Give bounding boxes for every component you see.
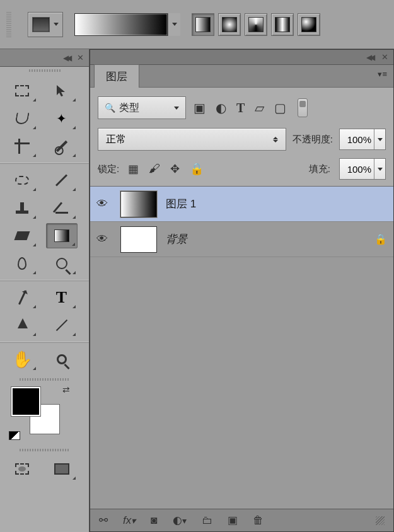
fill-input[interactable]	[339, 158, 386, 180]
search-icon: 🔍	[105, 103, 115, 113]
gradient-type-angle[interactable]	[245, 13, 267, 36]
healing-brush-tool[interactable]	[6, 168, 38, 193]
gradient-preview	[74, 13, 168, 36]
type-tool[interactable]: T	[46, 285, 78, 310]
layer-thumbnail[interactable]	[120, 226, 157, 253]
filter-shape-icon[interactable]: ▱	[255, 100, 264, 115]
opacity-value[interactable]	[340, 134, 374, 145]
lock-position-icon[interactable]: ✥	[170, 162, 180, 176]
layer-list: 👁 图层 1 👁 背景 🔒	[90, 186, 393, 509]
chevron-down-icon	[174, 107, 179, 110]
layer-row[interactable]: 👁 图层 1	[90, 187, 393, 222]
path-selection-tool[interactable]	[6, 313, 38, 338]
layers-panel: ◀◀ ✕ 图层 ▾≡ 🔍 类型 ▣ ◐ T ▱ ▢	[90, 49, 394, 532]
adjustment-layer-icon[interactable]: ◐▾	[173, 514, 187, 527]
blend-mode-row: 正常 不透明度:	[90, 124, 393, 154]
filter-toggle[interactable]	[298, 98, 308, 117]
clone-stamp-tool[interactable]	[6, 195, 38, 221]
gradient-type-diamond[interactable]	[298, 13, 320, 36]
quick-mask-tool[interactable]	[6, 456, 38, 482]
panel-tab-bar: 图层 ▾≡	[90, 65, 393, 88]
gradient-dropdown[interactable]	[168, 13, 180, 36]
layer-filter-row: 🔍 类型 ▣ ◐ T ▱ ▢	[90, 88, 393, 124]
hand-tool[interactable]: ✋	[6, 347, 38, 372]
opacity-input[interactable]	[339, 129, 386, 150]
lock-row: 锁定: ▦ 🖌 ✥ 🔒 填充:	[90, 154, 393, 186]
filter-pixel-icon[interactable]: ▣	[194, 100, 206, 115]
lock-transparency-icon[interactable]: ▦	[128, 162, 139, 176]
default-colors-icon[interactable]	[9, 431, 20, 440]
panel-header: ◀◀ ✕	[90, 50, 393, 65]
filter-adjustment-icon[interactable]: ◐	[216, 100, 226, 115]
chevron-down-icon[interactable]	[374, 129, 385, 149]
chevron-down-icon	[172, 23, 177, 26]
opacity-label: 不透明度:	[293, 134, 333, 146]
fill-value[interactable]	[340, 164, 374, 175]
color-picker: ⇄	[0, 383, 89, 446]
grip	[6, 12, 11, 37]
swatch-icon	[32, 17, 50, 32]
magic-wand-tool[interactable]: ✦	[46, 106, 78, 131]
zoom-tool[interactable]	[46, 347, 78, 372]
gradient-type-reflected[interactable]	[271, 13, 294, 36]
chevron-down-icon[interactable]	[374, 159, 385, 179]
close-icon[interactable]: ✕	[77, 53, 84, 62]
collapse-icon[interactable]: ◀◀	[366, 53, 373, 62]
collapse-icon[interactable]: ◀◀	[63, 54, 69, 62]
gradient-swatch-picker[interactable]	[28, 12, 63, 37]
layer-effects-icon[interactable]: fx▾	[123, 514, 136, 527]
gradient-type-radial[interactable]	[218, 13, 241, 36]
options-bar	[0, 0, 394, 49]
move-tool[interactable]	[46, 78, 78, 103]
blur-tool[interactable]	[6, 251, 38, 276]
screen-mode-tool[interactable]	[46, 456, 78, 482]
lock-icon: 🔒	[374, 233, 387, 245]
visibility-icon[interactable]: 👁	[96, 197, 112, 211]
panel-menu-icon[interactable]: ▾≡	[378, 69, 393, 83]
swap-colors-icon[interactable]: ⇄	[62, 385, 70, 395]
lasso-tool[interactable]	[6, 106, 38, 131]
layers-panel-footer: ⚯ fx▾ ◙ ◐▾ 🗀 ▣ 🗑	[90, 509, 393, 531]
eyedropper-tool[interactable]	[46, 134, 78, 159]
gradient-editor-button[interactable]	[74, 13, 180, 36]
close-icon[interactable]: ✕	[381, 52, 388, 62]
gradient-type-group	[192, 13, 320, 36]
brush-tool[interactable]	[46, 168, 78, 193]
lock-all-icon[interactable]: 🔒	[190, 162, 204, 176]
new-group-icon[interactable]: 🗀	[202, 514, 212, 527]
eraser-tool[interactable]	[6, 223, 38, 248]
lock-image-icon[interactable]: 🖌	[149, 162, 160, 176]
panel-grip[interactable]	[0, 67, 89, 74]
filter-smartobject-icon[interactable]: ▢	[274, 100, 286, 115]
chevron-down-icon	[54, 23, 59, 26]
link-layers-icon[interactable]: ⚯	[99, 514, 108, 527]
new-layer-icon[interactable]: ▣	[228, 514, 238, 527]
gradient-type-linear[interactable]	[192, 13, 214, 36]
layer-mask-icon[interactable]: ◙	[151, 514, 157, 527]
marquee-tool[interactable]	[6, 78, 38, 103]
filter-kind-dropdown[interactable]: 🔍 类型	[98, 96, 186, 119]
visibility-icon[interactable]: 👁	[96, 233, 112, 246]
blend-mode-dropdown[interactable]: 正常	[98, 128, 286, 151]
tools-panel-header: ◀◀ ✕	[0, 49, 89, 67]
filter-kind-label: 类型	[119, 101, 139, 115]
filter-type-icon[interactable]: T	[236, 101, 245, 115]
dodge-tool[interactable]	[46, 251, 78, 276]
lock-label: 锁定:	[98, 163, 119, 175]
layer-name: 背景	[166, 232, 187, 246]
crop-tool[interactable]	[6, 134, 38, 159]
layer-name: 图层 1	[166, 197, 196, 211]
resize-grip[interactable]	[376, 516, 385, 525]
pen-tool[interactable]	[6, 285, 38, 310]
blend-mode-value: 正常	[106, 133, 126, 146]
line-tool[interactable]	[46, 313, 78, 338]
tab-layers[interactable]: 图层	[94, 64, 139, 88]
delete-layer-icon[interactable]: 🗑	[253, 514, 264, 527]
tools-panel: ◀◀ ✕ ✦ T ✋	[0, 49, 90, 532]
history-brush-tool[interactable]	[46, 195, 78, 221]
layer-thumbnail[interactable]	[120, 191, 157, 217]
gradient-tool[interactable]	[46, 223, 78, 248]
foreground-color[interactable]	[11, 387, 40, 416]
layer-row[interactable]: 👁 背景 🔒	[90, 222, 393, 257]
fill-label: 填充:	[309, 163, 330, 175]
